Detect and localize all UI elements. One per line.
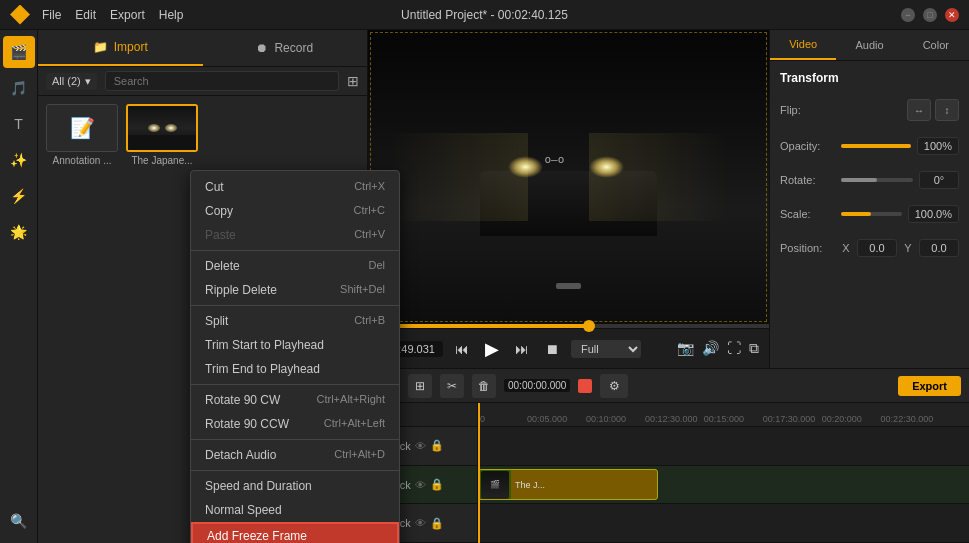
ctx-trim-end[interactable]: Trim End to Playhead bbox=[191, 357, 399, 381]
ctx-paste-label: Paste bbox=[205, 228, 236, 242]
snapshot-icon[interactable]: 📷 bbox=[677, 340, 694, 357]
timeline-clip-3[interactable]: 🎬 The J... bbox=[478, 469, 658, 499]
scale-slider[interactable] bbox=[841, 212, 902, 216]
record-tab[interactable]: ⏺ Record bbox=[203, 30, 368, 66]
properties-content: Transform Flip: ↔ ↕ Opacity: bbox=[770, 61, 969, 273]
ctx-speed-duration[interactable]: Speed and Duration bbox=[191, 474, 399, 498]
sidebar-item-media[interactable]: 🎬 bbox=[3, 36, 35, 68]
playhead[interactable] bbox=[478, 403, 480, 543]
ctx-sep-4 bbox=[191, 439, 399, 440]
opacity-slider[interactable] bbox=[841, 144, 911, 148]
tab-video[interactable]: Video bbox=[770, 30, 836, 60]
ctx-delete-label: Delete bbox=[205, 259, 240, 273]
track-visibility-icon-2[interactable]: 👁 bbox=[415, 517, 426, 529]
ctx-detach-audio-shortcut: Ctrl+Alt+D bbox=[334, 448, 385, 462]
flip-horizontal-button[interactable]: ↔ bbox=[907, 99, 931, 121]
ctx-add-freeze-frame[interactable]: Add Freeze Frame bbox=[191, 522, 399, 543]
filter-label: All (2) bbox=[52, 75, 81, 87]
flip-vertical-button[interactable]: ↕ bbox=[935, 99, 959, 121]
rotate-row: Rotate: 0° bbox=[780, 171, 959, 189]
opacity-label: Opacity: bbox=[780, 140, 835, 152]
sidebar-item-effects[interactable]: ✨ bbox=[3, 144, 35, 176]
menu-export[interactable]: Export bbox=[110, 8, 145, 22]
sidebar-item-filter[interactable]: 🔍 bbox=[3, 505, 35, 537]
menu-file[interactable]: File bbox=[42, 8, 61, 22]
menu-edit[interactable]: Edit bbox=[75, 8, 96, 22]
rotate-slider[interactable] bbox=[841, 178, 913, 182]
scale-label: Scale: bbox=[780, 208, 835, 220]
sidebar-item-sticker[interactable]: 🌟 bbox=[3, 216, 35, 248]
maximize-button[interactable]: □ bbox=[923, 8, 937, 22]
list-item[interactable]: 📝 Annotation ... bbox=[46, 104, 118, 166]
quality-select[interactable]: Full Half Quarter bbox=[571, 340, 641, 358]
ctx-copy[interactable]: CopyCtrl+C bbox=[191, 199, 399, 223]
ctx-speed-duration-label: Speed and Duration bbox=[205, 479, 312, 493]
timeline-ruler: 0 00:05.000 00:10:000 00:12:30.000 00:15… bbox=[478, 403, 969, 427]
play-button[interactable]: ▶ bbox=[481, 334, 503, 364]
delete-button[interactable]: 🗑 bbox=[472, 374, 496, 398]
minimize-button[interactable]: − bbox=[901, 8, 915, 22]
ctx-cut[interactable]: CutCtrl+X bbox=[191, 175, 399, 199]
fullscreen-icon[interactable]: ⛶ bbox=[727, 340, 741, 357]
track-lock-icon-4[interactable]: 🔒 bbox=[430, 439, 444, 452]
ctx-rotate-ccw[interactable]: Rotate 90 CCWCtrl+Alt+Left bbox=[191, 412, 399, 436]
tracks-area: 0 00:05.000 00:10:000 00:12:30.000 00:15… bbox=[478, 403, 969, 543]
media-thumb-video bbox=[126, 104, 198, 152]
position-y-value[interactable]: 0.0 bbox=[919, 239, 959, 257]
sidebar-item-audio[interactable]: 🎵 bbox=[3, 72, 35, 104]
flip-label: Flip: bbox=[780, 104, 835, 116]
position-x-value[interactable]: 0.0 bbox=[857, 239, 897, 257]
grid-view-icon[interactable]: ⊞ bbox=[347, 73, 359, 89]
step-forward-button[interactable]: ⏭ bbox=[511, 337, 533, 361]
track-row-3: 🎬 The J... bbox=[478, 466, 969, 505]
ruler-mark-6: 00:20:000 bbox=[822, 414, 862, 424]
list-item[interactable]: The Japane... bbox=[126, 104, 198, 166]
ruler-mark-2: 00:10:000 bbox=[586, 414, 626, 424]
track-visibility-icon-4[interactable]: 👁 bbox=[415, 440, 426, 452]
tab-audio[interactable]: Audio bbox=[836, 30, 902, 60]
track-row-2 bbox=[478, 504, 969, 543]
media-toolbar: All (2) ▾ ⊞ bbox=[38, 67, 367, 96]
timeline-toolbar: ↩ ⊞ ✂ 🗑 00:00:00.000 ⚙ Export bbox=[368, 369, 969, 403]
ruler-mark-7: 00:22:30.000 bbox=[881, 414, 934, 424]
track-lock-icon-3[interactable]: 🔒 bbox=[430, 478, 444, 491]
pip-icon[interactable]: ⧉ bbox=[749, 340, 759, 357]
timeline-settings-button[interactable]: ⚙ bbox=[600, 374, 628, 398]
sidebar-item-text[interactable]: T bbox=[3, 108, 35, 140]
ctx-ripple-delete[interactable]: Ripple DeleteShift+Del bbox=[191, 278, 399, 302]
app-logo: File Edit Export Help bbox=[10, 5, 183, 25]
rotate-label: Rotate: bbox=[780, 174, 835, 186]
track-row-4 bbox=[478, 427, 969, 466]
ctx-rotate-cw[interactable]: Rotate 90 CWCtrl+Alt+Right bbox=[191, 388, 399, 412]
center-area: o—o 01:49.031 ⏮ ▶ ⏭ ⏹ Ful bbox=[368, 30, 969, 543]
filter-dropdown[interactable]: All (2) ▾ bbox=[46, 73, 97, 90]
redo-button[interactable]: ⊞ bbox=[408, 374, 432, 398]
sidebar-item-transitions[interactable]: ⚡ bbox=[3, 180, 35, 212]
ctx-trim-start[interactable]: Trim Start to Playhead bbox=[191, 333, 399, 357]
menu-help[interactable]: Help bbox=[159, 8, 184, 22]
ctx-sep-1 bbox=[191, 250, 399, 251]
close-button[interactable]: ✕ bbox=[945, 8, 959, 22]
ctx-normal-speed[interactable]: Normal Speed bbox=[191, 498, 399, 522]
track-lock-icon-2[interactable]: 🔒 bbox=[430, 517, 444, 530]
ctx-delete-shortcut: Del bbox=[368, 259, 385, 273]
progress-bar-container[interactable] bbox=[368, 324, 769, 328]
scale-row: Scale: 100.0% bbox=[780, 205, 959, 223]
ruler-mark-0: 0 bbox=[480, 414, 485, 424]
scissors-button[interactable]: ✂ bbox=[440, 374, 464, 398]
stop-button[interactable]: ⏹ bbox=[541, 337, 563, 361]
progress-handle[interactable] bbox=[583, 320, 595, 332]
ruler-mark-5: 00:17:30.000 bbox=[763, 414, 816, 424]
ctx-split[interactable]: SplitCtrl+B bbox=[191, 309, 399, 333]
titlebar: File Edit Export Help Untitled Project* … bbox=[0, 0, 969, 30]
tab-color[interactable]: Color bbox=[903, 30, 969, 60]
volume-icon[interactable]: 🔊 bbox=[702, 340, 719, 357]
search-input[interactable] bbox=[105, 71, 339, 91]
ctx-copy-shortcut: Ctrl+C bbox=[354, 204, 385, 218]
skip-back-button[interactable]: ⏮ bbox=[451, 337, 473, 361]
ctx-detach-audio[interactable]: Detach AudioCtrl+Alt+D bbox=[191, 443, 399, 467]
track-visibility-icon-3[interactable]: 👁 bbox=[415, 479, 426, 491]
export-button[interactable]: Export bbox=[898, 376, 961, 396]
import-tab[interactable]: 📁 Import bbox=[38, 30, 203, 66]
ctx-delete[interactable]: DeleteDel bbox=[191, 254, 399, 278]
